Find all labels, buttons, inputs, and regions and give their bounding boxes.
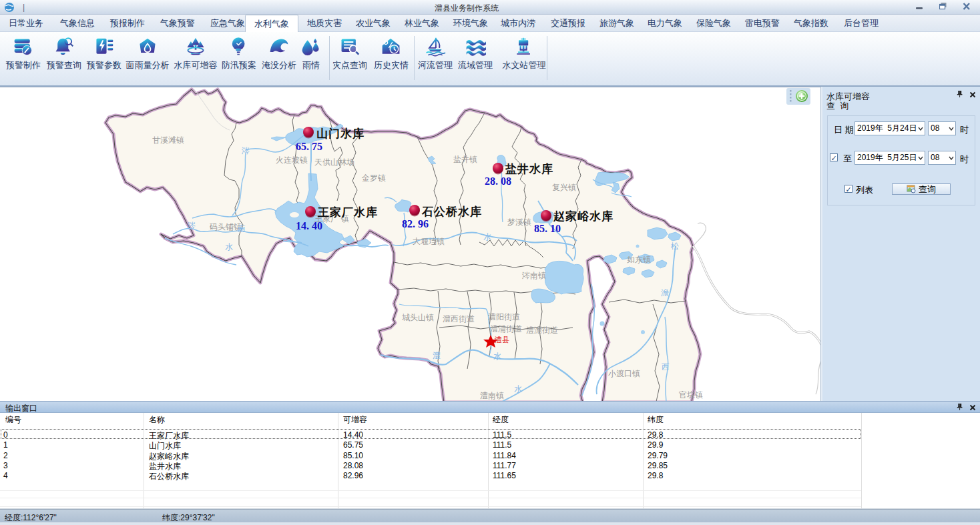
svg-text:水: 水 [225, 242, 233, 251]
svg-text:松: 松 [671, 241, 679, 251]
svg-text:赵家峪水库: 赵家峪水库 [553, 209, 614, 223]
svg-text:涔: 涔 [187, 221, 196, 230]
svg-text:如东镇: 如东镇 [627, 255, 651, 264]
svg-text:澧南镇: 澧南镇 [480, 391, 504, 400]
svg-text:澧阳街道: 澧阳街道 [488, 312, 520, 322]
svg-text:65. 75: 65. 75 [296, 141, 322, 152]
svg-text:盐井水库: 盐井水库 [505, 162, 553, 175]
svg-text:甘溪滩镇: 甘溪滩镇 [152, 135, 184, 145]
svg-text:水: 水 [514, 384, 522, 394]
svg-text:澧西街道: 澧西街道 [443, 314, 475, 324]
svg-text:南: 南 [238, 223, 246, 233]
svg-text:山门水库: 山门水库 [316, 127, 364, 140]
svg-text:水: 水 [483, 232, 491, 241]
svg-text:王家厂水库: 王家厂水库 [317, 205, 378, 219]
svg-text:澧: 澧 [433, 351, 441, 360]
svg-text:28. 08: 28. 08 [485, 175, 511, 187]
svg-text:82. 96: 82. 96 [402, 218, 429, 229]
svg-text:涔南镇: 涔南镇 [521, 271, 546, 280]
svg-text:澧浦街道: 澧浦街道 [490, 324, 522, 334]
svg-text:城头山镇: 城头山镇 [402, 313, 434, 322]
svg-text:澧县: 澧县 [494, 336, 509, 344]
svg-text:金罗镇: 金罗镇 [361, 173, 386, 183]
svg-text:大堰垱镇: 大堰垱镇 [413, 237, 445, 246]
svg-text:涔: 涔 [241, 146, 250, 155]
svg-text:85. 10: 85. 10 [534, 223, 561, 234]
svg-text:西: 西 [662, 362, 670, 372]
svg-text:澧澹街道: 澧澹街道 [526, 326, 558, 335]
svg-text:复兴镇: 复兴镇 [552, 183, 576, 192]
svg-text:14. 40: 14. 40 [296, 220, 322, 231]
svg-text:火连坡镇: 火连坡镇 [276, 155, 308, 165]
svg-text:天供山林场: 天供山林场 [314, 157, 354, 167]
svg-text:官垸镇: 官垸镇 [679, 390, 703, 400]
svg-text:盐井镇: 盐井镇 [453, 155, 477, 164]
svg-text:澹: 澹 [661, 288, 669, 298]
svg-text:水: 水 [493, 352, 501, 361]
svg-text:码头铺镇: 码头铺镇 [210, 222, 242, 231]
svg-text:梦溪镇: 梦溪镇 [507, 217, 531, 227]
svg-text:石公桥水库: 石公桥水库 [421, 205, 482, 218]
svg-text:小渡口镇: 小渡口镇 [608, 369, 640, 378]
